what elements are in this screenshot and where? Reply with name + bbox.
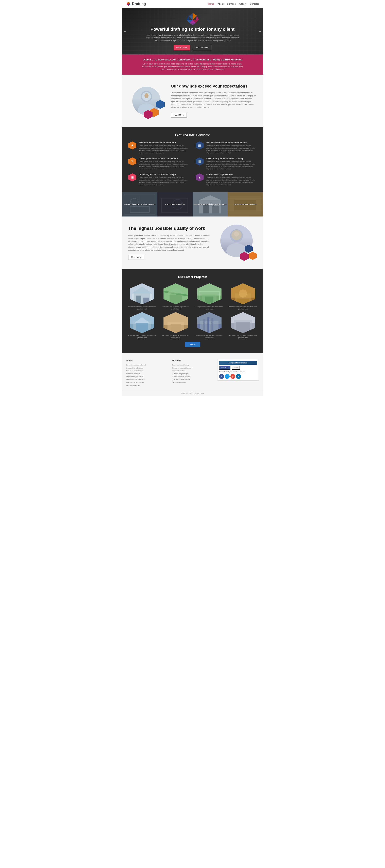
twitter-button[interactable]: t [225,374,230,379]
project-arch-img-4 [130,312,154,333]
project-hex-2 [197,283,221,304]
hero-prev-arrow[interactable]: « [124,29,126,33]
svg-rect-72 [171,324,181,333]
featured-section: Featured CAD Services: ★ Excepteur sint … [122,127,263,192]
footer-services-item-0: Conse ctetur adipiscing [172,364,213,367]
project-hex-5 [164,312,188,333]
svg-rect-67 [136,323,148,333]
quality-body: Lorem ipsum dolor sit amet conse ctetur … [128,234,210,251]
footer-services-item-1: Elit sed do eiusmod tempor [172,367,213,370]
project-arch-img-0 [130,283,154,304]
footer-social-icons: f t g in [219,374,257,379]
project-item-0[interactable]: Excepteur sint occaecat cupidatat non pr… [126,283,158,310]
featured-text-4: Adipiscing elit, sed do eiusmod tempo Lo… [139,174,189,186]
featured-grid: ★ Excepteur sint occaecat cupidatat non … [128,142,257,186]
logo-text: Drafting [132,2,146,6]
quality-image-area [216,224,257,261]
featured-text-1: Quis nostrud exercitation ullamder labor… [206,142,257,154]
service-photo-2[interactable]: 3D Rendering/Modeling Walkthroughs [192,192,228,217]
project-caption-4: Excepteur sint occaecat cupidatat non pr… [126,334,158,339]
featured-item-0: ★ Excepteur sint occaecat cupidatat non … [128,142,189,154]
service-label-3: CAD Conversion Services [233,203,257,206]
svg-marker-13 [189,23,196,25]
tagline-description: Lorem ipsum dolor sit amet conse ctetur … [142,63,243,71]
service-label-0: BIM/Architectural Detailing Services [123,203,156,206]
project-item-2[interactable]: Excepteur sint occaecat cupidatat non pr… [194,283,225,310]
featured-item-2: ✎ Lorem ipsum dolor sit amet conse ctetu… [128,157,189,170]
projects-grid-row1: Excepteur sint occaecat cupidatat non pr… [126,283,259,310]
footer: About Lorem ipsum dolor sit amet Conse c… [122,353,263,390]
service-photo-0[interactable]: BIM/Architectural Detailing Services [122,192,157,217]
hex-icon-orange-2: ✎ [128,157,136,165]
featured-icon-3: ☰ [196,157,204,165]
expectations-image-area [128,83,165,119]
svg-point-43 [234,231,239,236]
project-hex-3 [231,283,255,304]
project-item-7[interactable]: Excepteur sint occaecat cupidatat non pr… [227,312,259,339]
quality-section: The highest possible quality of work Lor… [122,217,263,269]
footer-about-heading: About [126,359,168,362]
featured-heading: Featured CAD Services: [128,133,257,137]
service-photo-3[interactable]: CAD Conversion Services [228,192,263,217]
tagline-section: Global CAD Services, CAD Conversion, Arc… [122,54,263,74]
tm-widget: TemplateMonster 2013 Like Page Share Be … [217,359,259,381]
service-overlay-0: BIM/Architectural Detailing Services [122,192,157,217]
footer-about-list: Lorem ipsum dolor sit amet Conse ctetur … [126,364,168,387]
footer-copyright: Drafting © 2013 | Privacy Policy [181,392,204,394]
project-caption-5: Excepteur sint occaecat cupidatat non pr… [160,334,191,339]
facebook-button[interactable]: f [219,374,224,379]
featured-icon-4: ⊞ [128,174,136,182]
project-caption-3: Excepteur sint occaecat cupidatat non pr… [227,306,259,310]
google-plus-button[interactable]: g [231,374,235,379]
quality-read-more-button[interactable]: Read More [128,255,144,260]
nav-home[interactable]: Home [208,3,214,5]
project-item-4[interactable]: Excepteur sint occaecat cupidatat non pr… [126,312,158,339]
hex-icon-purple-5: ▲ [196,174,204,182]
quality-heading: The highest possible quality of work [128,225,210,231]
expectations-read-more-button[interactable]: Read More [171,113,187,118]
linkedin-button[interactable]: in [236,374,241,379]
share-button[interactable]: Share [232,366,240,370]
footer-fb-text: Be the first of your friends to like thi… [219,371,257,373]
project-item-1[interactable]: Excepteur sint occaecat cupidatat non pr… [160,283,191,310]
nav-contacts[interactable]: Contacts [250,3,259,5]
service-photo-1[interactable]: CAD Drafting Services [157,192,192,217]
featured-icon-0: ★ [128,142,136,150]
project-item-5[interactable]: Excepteur sint occaecat cupidatat non pr… [160,312,191,339]
project-hex-7 [231,312,255,333]
tm-logo: TemplateMonster 2013 [219,361,257,365]
svg-rect-52 [170,294,182,304]
footer-about-col: About Lorem ipsum dolor sit amet Conse c… [126,359,168,387]
nav-gallery[interactable]: Gallery [239,3,246,5]
footer-services-col: Services Conse ctetur adipiscing Elit se… [172,359,213,387]
hero-next-arrow[interactable]: » [259,29,261,33]
footer-social-col: TemplateMonster 2013 Like Page Share Be … [217,359,259,387]
footer-services-item-3: Ut dolore magna aliqua [172,372,213,375]
featured-item-5: ▲ Sint occaecat cupidatat non Lorem ipsu… [196,174,257,186]
service-overlay-1: CAD Drafting Services [157,192,192,217]
footer-services-item-6: Ullamco laboris nisi [172,381,213,384]
hero-headline: Powerful drafting solution for any clien… [144,27,241,32]
get-quote-button[interactable]: Get A Quote [174,45,190,50]
project-arch-img-6 [197,312,221,333]
project-arch-img-1 [164,283,188,304]
nav-about[interactable]: About [218,3,224,5]
project-arch-img-2 [197,283,221,304]
like-button[interactable]: Like Page [219,366,231,370]
hex-icon-navy-3: ☰ [196,157,204,165]
featured-item-1: ▦ Quis nostrud exercitation ullamder lab… [196,142,257,154]
svg-point-18 [144,93,148,98]
project-item-3[interactable]: Excepteur sint occaecat cupidatat non pr… [227,283,259,310]
svg-marker-10 [188,16,192,20]
hero-section: « Powerful drafting solution for any cli… [122,8,263,54]
quality-text: The highest possible quality of work Lor… [128,225,210,260]
service-overlay-3: CAD Conversion Services [228,192,263,217]
project-arch-img-5 [164,312,188,333]
see-all-button[interactable]: See all [185,342,200,347]
featured-icon-1: ▦ [196,142,204,150]
footer-about-item-3: Incididunt ut labore [126,372,168,375]
project-item-6[interactable]: Excepteur sint occaecat cupidatat non pr… [194,312,225,339]
join-team-button[interactable]: Join Our Team [192,45,211,50]
nav-services[interactable]: Services [227,3,236,5]
logo[interactable]: Drafting [126,2,146,6]
